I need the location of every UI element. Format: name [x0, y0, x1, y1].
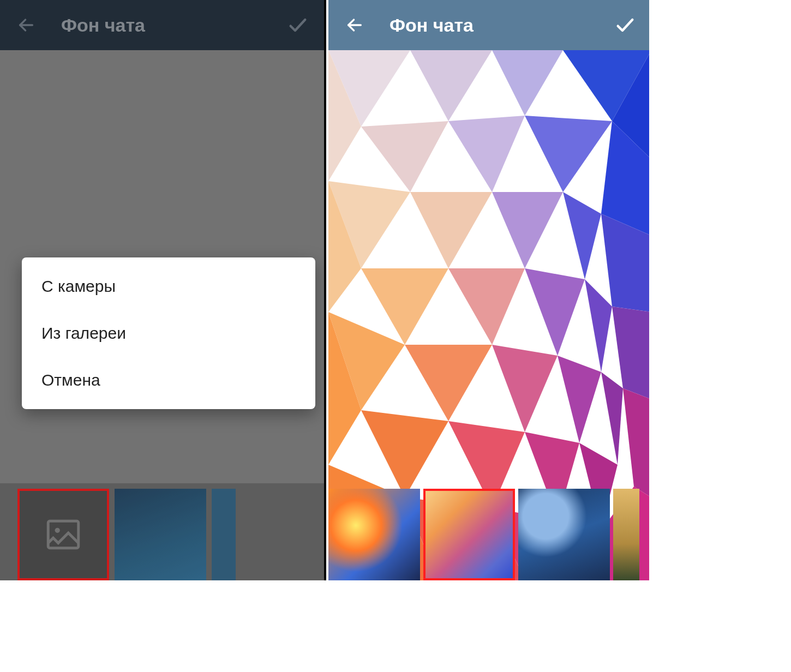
arrow-left-icon [345, 16, 364, 34]
svg-marker-30 [623, 388, 651, 497]
thumb-preset-poly-warm[interactable] [423, 489, 515, 580]
svg-marker-6 [492, 50, 563, 116]
canvas-padding-right [649, 0, 791, 672]
thumb-preset-1[interactable] [115, 489, 206, 580]
svg-marker-17 [563, 192, 601, 279]
thumbnail-strip [0, 483, 324, 580]
page-title: Фон чата [389, 15, 474, 36]
svg-marker-26 [405, 345, 492, 421]
svg-marker-22 [525, 268, 585, 356]
svg-marker-5 [410, 50, 492, 121]
svg-marker-23 [585, 279, 612, 372]
confirm-button[interactable] [612, 12, 638, 38]
svg-marker-10 [361, 121, 448, 192]
dialog-option-camera[interactable]: С камеры [22, 263, 315, 310]
svg-marker-12 [525, 116, 612, 192]
arrow-left-icon [17, 16, 35, 34]
svg-marker-16 [492, 192, 563, 268]
svg-marker-27 [492, 345, 558, 432]
dialog-option-gallery[interactable]: Из галереи [22, 310, 315, 357]
svg-marker-29 [601, 372, 623, 465]
svg-marker-11 [448, 116, 525, 192]
back-button[interactable] [13, 12, 39, 38]
thumb-preset-orange-space[interactable] [328, 489, 420, 580]
thumb-preset-nebula-blue[interactable] [518, 489, 610, 580]
preview-area [328, 50, 651, 580]
thumbnail-strip [328, 483, 651, 580]
toolbar: Фон чата [328, 0, 651, 50]
check-icon [614, 14, 636, 36]
dialog-option-cancel[interactable]: Отмена [22, 357, 315, 404]
confirm-button[interactable] [285, 12, 311, 38]
thumb-preset-gold-bokeh[interactable] [613, 489, 639, 580]
preview-area: С камеры Из галереи Отмена [0, 50, 324, 580]
pane-divider [324, 0, 326, 580]
source-dialog: С камеры Из галереи Отмена [22, 257, 315, 409]
svg-rect-1 [48, 521, 79, 548]
back-button[interactable] [341, 12, 368, 38]
toolbar: Фон чата [0, 0, 324, 50]
svg-marker-21 [448, 268, 525, 345]
page-title: Фон чата [61, 15, 145, 36]
check-icon [287, 14, 309, 36]
svg-point-2 [55, 528, 60, 533]
image-icon [43, 514, 83, 555]
svg-marker-28 [558, 356, 601, 443]
screen-chat-background-right: Фон чата [328, 0, 651, 580]
svg-marker-15 [410, 192, 492, 268]
thumb-preset-2[interactable] [212, 489, 236, 580]
thumb-upload[interactable] [17, 489, 109, 580]
screen-chat-background-left: Фон чата С камеры Из галереи Отмена [0, 0, 324, 580]
